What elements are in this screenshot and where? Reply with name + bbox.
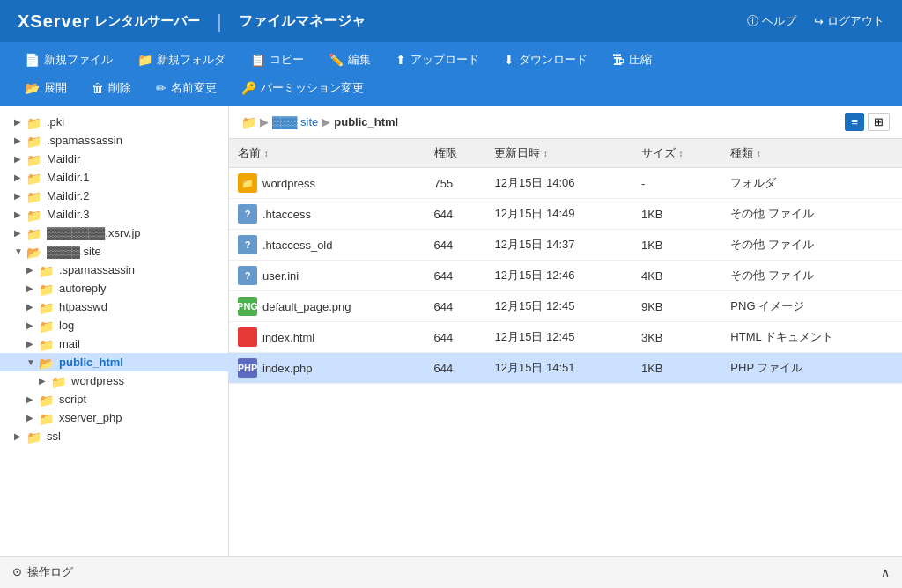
html-icon-5 <box>238 327 257 347</box>
folder-icon-maildir: 📁 <box>26 153 42 165</box>
col-label-name: 名前 <box>238 146 261 159</box>
sidebar-item-xserver_php[interactable]: ▶ 📁 xserver_php <box>0 408 228 427</box>
toolbar-delete-button[interactable]: 🗑削除 <box>81 76 142 100</box>
cell-modified-5: 12月15日 12:45 <box>485 322 632 353</box>
toolbar-row1: 📄新規ファイル📁新規フォルダ📋コピー✏️編集⬆アップロード⬇ダウンロード🗜圧縮 <box>14 48 888 72</box>
toolbar-download-button[interactable]: ⬇ダウンロード <box>493 48 598 72</box>
toolbar: 📄新規ファイル📁新規フォルダ📋コピー✏️編集⬆アップロード⬇ダウンロード🗜圧縮 … <box>0 42 902 106</box>
view-list-button[interactable]: ≡ <box>845 113 864 131</box>
table-row[interactable]: ? user.ini 64412月15日 12:464KBその他 ファイル <box>229 261 902 291</box>
sidebar-item-public_html[interactable]: ▼ 📂 public_html <box>0 353 228 371</box>
toggle-maildir1: ▶ <box>14 173 26 182</box>
sidebar-item-autoreply[interactable]: ▶ 📁 autoreply <box>0 279 228 298</box>
toggle-spamassassin-root: ▶ <box>14 136 26 145</box>
table-row[interactable]: ? .htaccess_old 64412月15日 14:371KBその他 ファ… <box>229 230 902 261</box>
col-label-type: 種類 <box>730 146 753 159</box>
toggle-public_html: ▼ <box>26 357 39 367</box>
file-area: 📁 ▶ ▓▓▓ site ▶ public_html ≡ ⊞ 名前 ↕権限更新日… <box>229 106 902 556</box>
sidebar-item-ssl[interactable]: ▶ 📁 ssl <box>0 427 228 445</box>
sidebar-item-xsrv[interactable]: ▶ 📁 ▓▓▓▓▓▓▓.xsrv.jp <box>0 224 228 242</box>
toolbar-rename-button[interactable]: ✏名前変更 <box>145 76 227 100</box>
file-table-header-row: 名前 ↕権限更新日時 ↕サイズ ↕種類 ↕ <box>229 139 902 168</box>
folder-icon-ssl: 📁 <box>26 430 42 443</box>
sidebar-label-xserver_php: xserver_php <box>59 411 122 424</box>
sidebar-label-ssl: ssl <box>47 430 61 443</box>
folder-icon-autoreply: 📁 <box>39 283 55 295</box>
edit-label: 編集 <box>348 52 371 68</box>
chevron-up-icon[interactable]: ∧ <box>881 565 890 579</box>
sidebar-item-maildir1[interactable]: ▶ 📁 Maildir.1 <box>0 168 228 187</box>
col-header-modified[interactable]: 更新日時 ↕ <box>485 139 632 168</box>
toolbar-upload-button[interactable]: ⬆アップロード <box>385 48 490 72</box>
compress-label: 圧縮 <box>629 52 652 68</box>
toolbar-expand-button[interactable]: 📂展開 <box>14 76 78 100</box>
sidebar-item-site[interactable]: ▼ 📂 ▓▓▓▓ site <box>0 242 228 261</box>
header-left: XServer レンタルサーバー ｜ ファイルマネージャ <box>18 10 366 33</box>
sort-name-icon: ↕ <box>264 149 269 158</box>
cell-name-6: PHP index.php <box>229 353 425 384</box>
col-label-permissions: 権限 <box>434 146 457 159</box>
toggle-site: ▼ <box>14 246 26 256</box>
sort-size-icon: ↕ <box>679 149 684 158</box>
table-row[interactable]: PNG default_page.png 64412月15日 12:459KBP… <box>229 291 902 322</box>
folder-icon-xsrv: 📁 <box>26 227 42 239</box>
toolbar-new-file-button[interactable]: 📄新規ファイル <box>14 48 123 72</box>
view-grid-button[interactable]: ⊞ <box>868 113 890 131</box>
folder-icon-public_html: 📂 <box>39 356 55 369</box>
sidebar-item-spamassassin-root[interactable]: ▶ 📁 .spamassassin <box>0 131 228 150</box>
logout-button[interactable]: ↪ ログアウト <box>814 13 884 29</box>
sidebar-item-maildir3[interactable]: ▶ 📁 Maildir.3 <box>0 205 228 224</box>
toggle-log: ▶ <box>26 320 39 330</box>
table-row[interactable]: PHP index.php 64412月15日 14:511KBPHP ファイル <box>229 353 902 384</box>
folder-icon-log: 📁 <box>39 320 55 332</box>
sidebar-label-log: log <box>59 319 74 332</box>
download-icon: ⬇ <box>504 53 514 67</box>
col-label-modified: 更新日時 <box>494 146 540 159</box>
help-button[interactable]: ⓘ ヘルプ <box>747 13 796 29</box>
table-row[interactable]: 📁 wordpress 75512月15日 14:06-フォルダ <box>229 168 902 199</box>
breadcrumb-part0[interactable]: ▓▓▓ site <box>272 115 318 129</box>
toolbar-new-folder-button[interactable]: 📁新規フォルダ <box>127 48 236 72</box>
sidebar-item-script[interactable]: ▶ 📁 script <box>0 390 228 408</box>
sidebar-item-spamassassin2[interactable]: ▶ 📁 .spamassassin <box>0 261 228 279</box>
sidebar-item-wordpress-sub[interactable]: ▶ 📁 wordpress <box>0 371 228 390</box>
table-row[interactable]: ? .htaccess 64412月15日 14:491KBその他 ファイル <box>229 199 902 230</box>
toolbar-edit-button[interactable]: ✏️編集 <box>318 48 381 72</box>
cell-name-3: ? user.ini <box>229 261 425 291</box>
sidebar-label-maildir: Maildir <box>47 152 80 165</box>
operation-log-label: 操作ログ <box>27 564 73 580</box>
col-header-size[interactable]: サイズ ↕ <box>632 139 721 168</box>
breadcrumb-part1[interactable]: public_html <box>334 115 398 129</box>
logout-icon: ↪ <box>814 15 824 28</box>
toolbar-copy-button[interactable]: 📋コピー <box>240 48 314 72</box>
sidebar-item-maildir2[interactable]: ▶ 📁 Maildir.2 <box>0 187 228 205</box>
sidebar-label-maildir2: Maildir.2 <box>47 189 89 202</box>
file-name-0: wordpress <box>262 177 315 190</box>
rename-label: 名前変更 <box>171 80 217 96</box>
cell-type-3: その他 ファイル <box>721 261 902 291</box>
png-icon-4: PNG <box>238 297 257 316</box>
logout-label: ログアウト <box>827 13 884 29</box>
col-header-type[interactable]: 種類 ↕ <box>721 139 902 168</box>
sidebar-item-maildir[interactable]: ▶ 📁 Maildir <box>0 150 228 168</box>
cell-type-5: HTML ドキュメント <box>721 322 902 353</box>
sidebar-label-maildir3: Maildir.3 <box>47 208 89 221</box>
sidebar-item-htpasswd[interactable]: ▶ 📁 htpasswd <box>0 298 228 316</box>
sidebar-label-wordpress-sub: wordpress <box>71 374 124 387</box>
toggle-wordpress-sub: ▶ <box>39 376 51 386</box>
col-header-name[interactable]: 名前 ↕ <box>229 139 425 168</box>
table-row[interactable]: index.html 64412月15日 12:453KBHTML ドキュメント <box>229 322 902 353</box>
sidebar-label-pki: .pki <box>47 115 64 129</box>
toolbar-permission-button[interactable]: 🔑パーミッション変更 <box>231 76 374 100</box>
cell-perm-1: 644 <box>425 199 486 230</box>
col-header-permissions: 権限 <box>425 139 486 168</box>
new-folder-icon: 📁 <box>137 53 152 67</box>
toolbar-compress-button[interactable]: 🗜圧縮 <box>602 48 662 72</box>
sidebar-item-log[interactable]: ▶ 📁 log <box>0 316 228 334</box>
main-layout: ▶ 📁 .pki ▶ 📁 .spamassassin ▶ 📁 Maildir ▶… <box>0 106 902 556</box>
sidebar-item-pki[interactable]: ▶ 📁 .pki <box>0 113 228 131</box>
operation-log-icon: ⊙ <box>12 565 22 578</box>
sidebar-label-autoreply: autoreply <box>59 282 106 295</box>
toggle-maildir3: ▶ <box>14 209 26 219</box>
sidebar-item-mail[interactable]: ▶ 📁 mail <box>0 334 228 353</box>
